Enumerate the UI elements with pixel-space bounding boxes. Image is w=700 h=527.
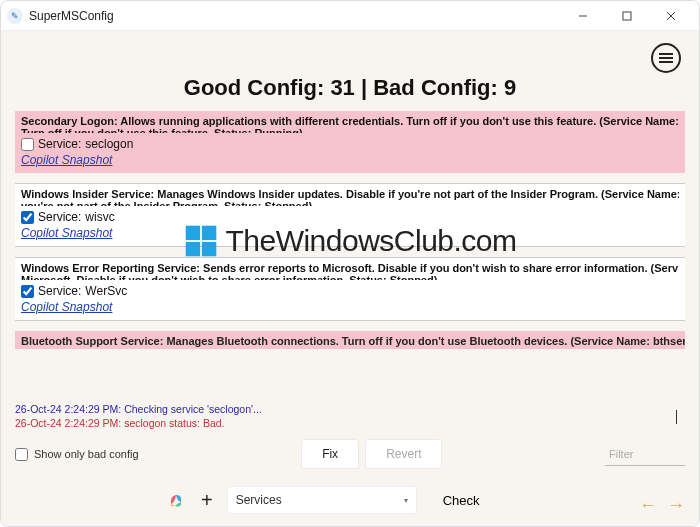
service-checkbox[interactable] (21, 285, 34, 298)
service-prefix: Service: (38, 210, 81, 224)
service-name: WerSvc (85, 284, 127, 298)
config-item[interactable]: Windows Error Reporting Service: Sends e… (15, 257, 685, 321)
bottom-row: + Services ▾ Check ← → (15, 482, 685, 516)
log-panel: 26-Oct-24 2:24:29 PM: Checking service '… (15, 402, 685, 430)
config-list[interactable]: Secondary Logon: Allows running applicat… (15, 111, 685, 398)
config-desc-truncated: Microsoft. Disable if you don't wish to … (21, 274, 679, 280)
show-only-bad-label: Show only bad config (34, 448, 139, 460)
show-only-bad-checkbox[interactable] (15, 448, 28, 461)
config-desc-truncated: you're not part of the Insider Program. … (21, 200, 679, 206)
check-button[interactable]: Check (425, 486, 498, 514)
filter-input[interactable] (605, 442, 685, 466)
menu-button[interactable] (651, 43, 681, 73)
copilot-snapshot-link[interactable]: Copilot Snapshot (21, 153, 679, 167)
nav-arrows: ← → (639, 495, 685, 516)
service-prefix: Service: (38, 137, 81, 151)
add-button[interactable]: + (195, 489, 219, 512)
window-controls (561, 2, 693, 30)
service-checkbox[interactable] (21, 211, 34, 224)
copilot-snapshot-link[interactable]: Copilot Snapshot (21, 226, 679, 240)
copilot-icon[interactable] (165, 489, 187, 511)
chevron-down-icon: ▾ (404, 496, 408, 505)
nav-forward-button[interactable]: → (667, 495, 685, 516)
svg-rect-1 (623, 12, 631, 20)
config-desc: Windows Insider Service: Manages Windows… (21, 188, 679, 200)
service-checkbox[interactable] (21, 138, 34, 151)
app-title: SuperMSConfig (29, 9, 114, 23)
log-line: 26-Oct-24 2:24:29 PM: Checking service '… (15, 402, 685, 416)
config-item[interactable]: Windows Insider Service: Manages Windows… (15, 183, 685, 247)
titlebar: ✎ SuperMSConfig (1, 1, 699, 31)
config-desc: Secondary Logon: Allows running applicat… (21, 115, 679, 127)
config-desc-truncated: Turn off if you don't use this feature. … (21, 127, 679, 133)
config-item-partial[interactable]: Bluetooth Support Service: Manages Bluet… (15, 331, 685, 349)
log-line: 26-Oct-24 2:24:29 PM: seclogon status: B… (15, 416, 685, 430)
nav-back-button[interactable]: ← (639, 495, 657, 516)
revert-button[interactable]: Revert (366, 440, 441, 468)
page-body: Good Config: 31 | Bad Config: 9 Secondar… (1, 31, 699, 526)
controls-row: Show only bad config Fix Revert (15, 440, 685, 468)
category-select[interactable]: Services ▾ (227, 486, 417, 514)
service-prefix: Service: (38, 284, 81, 298)
hamburger-icon (659, 53, 673, 63)
maximize-button[interactable] (605, 2, 649, 30)
config-desc: Windows Error Reporting Service: Sends e… (21, 262, 679, 274)
close-button[interactable] (649, 2, 693, 30)
config-summary: Good Config: 31 | Bad Config: 9 (15, 75, 685, 101)
select-value: Services (236, 493, 282, 507)
show-only-bad-toggle[interactable]: Show only bad config (15, 448, 139, 461)
text-caret (676, 410, 677, 424)
config-item[interactable]: Secondary Logon: Allows running applicat… (15, 111, 685, 173)
minimize-button[interactable] (561, 2, 605, 30)
service-name: wisvc (85, 210, 114, 224)
fix-button[interactable]: Fix (302, 440, 358, 468)
copilot-snapshot-link[interactable]: Copilot Snapshot (21, 300, 679, 314)
app-icon: ✎ (7, 8, 23, 24)
service-name: seclogon (85, 137, 133, 151)
